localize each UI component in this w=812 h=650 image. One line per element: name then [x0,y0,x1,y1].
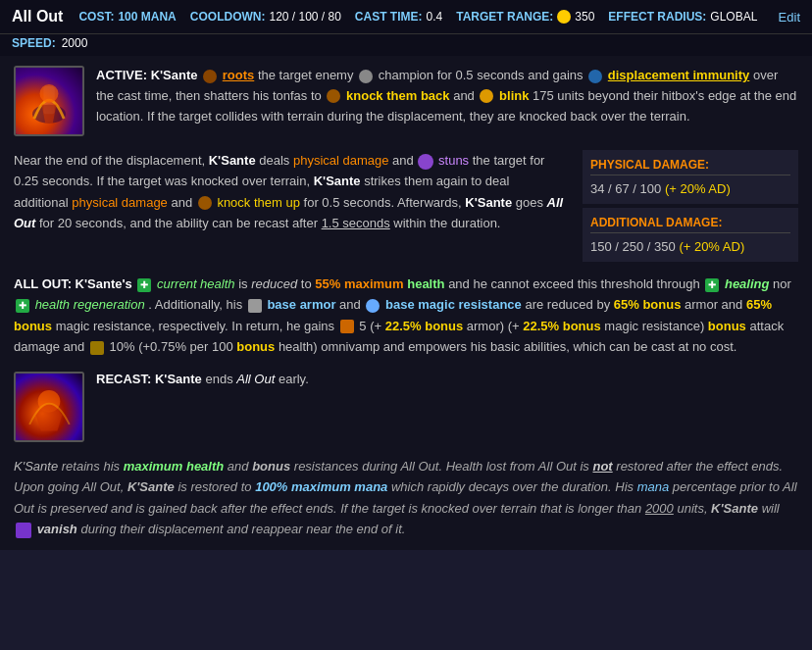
bonus-text-5: bonus [708,319,746,333]
recast-label: RECAST: [96,372,151,386]
current-health-text: current health [157,276,235,291]
allout-section: ALL OUT: K'Sante's ✚ current health is r… [14,274,798,358]
footer-ksante-2: K'Sante [127,479,175,494]
sword-icon [340,320,354,333]
champion-text: champion [379,68,433,82]
footer-text-10: units, [677,501,711,516]
bonus65mr-text: 65% [746,297,772,312]
footer-text-1: retains his [62,459,124,474]
middle-paragraph: Near the end of the displacement, K'Sant… [14,150,567,234]
allout-text-8: are reduced by [525,297,613,312]
physical-damage-numbers: 34 / 67 / 100 [590,181,661,196]
target-range-label: TARGET RANGE: [456,10,553,24]
omnivamp-10-text: 10% (+0.75% per 100 [110,339,237,354]
footer-max-health: maximum health [124,459,225,474]
allout-text-7: and [339,297,364,312]
effect-radius-group: EFFECT RADIUS: GLOBAL [608,10,757,24]
allout-text-16: magic resistance) [604,319,707,333]
footer-100-text: 100% [255,479,287,494]
omnivamp-icon [90,341,104,355]
shield-icon-inline [248,299,262,313]
footer-bonus-res: bonus [252,459,290,474]
footer-ksante: K'Sante [14,459,58,474]
allout-text-5: nor [773,276,791,291]
footer-max-text: maximum [291,479,351,494]
disp-immunity-text: displacement immunity [608,68,749,82]
bonus-text-1: bonus [642,297,681,312]
cooldown-group: COOLDOWN: 120 / 100 / 80 [190,10,341,24]
cooldown-label: COOLDOWN: [190,10,266,24]
recast-image-bg [16,374,82,440]
physical-damage-header: PHYSICAL DAMAGE: [590,158,790,175]
footer-text-12: during their displacement and reappear n… [80,522,405,536]
ability-image [14,66,84,136]
max-health-text: maximum [344,276,404,291]
active-label: ACTIVE: [96,68,151,82]
recast-image [14,372,84,442]
speed-row: SPEED: 2000 [0,34,812,56]
recast-text: ends [205,372,236,386]
bonus225mr-text: 22.5% [523,319,559,333]
regen-cross-icon: ✚ [16,299,29,313]
cast-time-value: 0.4 [427,10,443,24]
active-text-4: and [453,88,478,103]
knockup-icon [198,196,212,210]
active-text-1: the target enemy [258,68,357,82]
speed-label: SPEED: [12,36,56,50]
ability-name: All Out [12,8,63,25]
knock-back-text: knock them back [346,88,450,103]
footer-text-8: which rapidly decays over the duration. … [391,479,637,494]
roots-icon [203,70,217,83]
bonus-text-6: bonus [236,339,275,354]
allout-text-10: armor and [685,297,746,312]
additional-damage-values: 150 / 250 / 350 (+ 20% AD) [590,239,790,254]
allout-text-4: and he cannot exceed this threshold thro… [448,276,703,291]
allout-text-12: magic resistance, respectively. In retur… [56,319,338,333]
bonus-text-2: bonus [14,319,52,333]
footer-vanish-text: vanish [37,522,77,536]
allout-text-14: armor) (+ [467,319,523,333]
additional-damage-block: ADDITIONAL DAMAGE: 150 / 250 / 350 (+ 20… [583,208,798,262]
health-text-1: health [407,276,444,291]
cost-label: COST: [78,10,114,24]
footer-text-3: resistances during All Out. Health lost … [294,459,593,474]
bonus-text-4: bonus [563,319,601,333]
cost-group: COST: 100 MANA [78,10,176,24]
additional-damage-numbers: 150 / 250 / 350 [590,239,676,254]
base-mr-text: base magic resistance [385,297,522,312]
allout-text-1: is reduced to [238,276,315,291]
stuns-text: stuns [438,153,469,168]
additional-damage-ad: (+ 20% AD) [679,239,744,254]
footer-section: K'Sante retains his maximum health and b… [14,456,798,540]
knock-icon [327,89,340,103]
page-wrapper: All Out COST: 100 MANA COOLDOWN: 120 / 1… [0,0,812,550]
knockup-text: knock them up [217,195,300,210]
allout-text-6: . Additionally, his [148,297,245,312]
heal-cross-icon: ✚ [705,278,719,292]
effect-radius-label: EFFECT RADIUS: [608,10,706,24]
footer-mana-text: mana [354,479,387,494]
allout-label: ALL OUT: K'Sante's [14,276,132,291]
target-icon [557,10,571,24]
main-content: ACTIVE: K'Sante roots the target enemy c… [0,56,812,550]
physical-damage-values: 34 / 67 / 100 (+ 20% AD) [590,181,790,196]
edit-button[interactable]: Edit [779,10,800,25]
active-text: ACTIVE: K'Sante roots the target enemy c… [96,66,798,136]
health-regen-text: health regeneration [35,297,145,312]
resist-icon-inline [366,299,380,313]
target-range-value: 350 [575,10,594,24]
bonus225a-text: 22.5% [385,319,422,333]
bonus65a-text: 65% [614,297,639,312]
footer-text-11: will [762,501,780,516]
footer-text-5: is restored to [178,479,255,494]
health-55-text: 55% [315,276,340,291]
footer-text-2: and [228,459,252,474]
active-text-2: for 0.5 seconds and gains [437,68,587,82]
physical-damage-ad: (+ 20% AD) [665,181,731,196]
recast-text-col: RECAST: K'Sante ends All Out early. [96,372,309,386]
recast-section: RECAST: K'Sante ends All Out early. [14,372,798,442]
cast-time-label: CAST TIME: [355,10,423,24]
additional-damage-header: ADDITIONAL DAMAGE: [590,216,790,233]
speed-value: 2000 [62,36,88,50]
svg-point-2 [40,84,59,103]
